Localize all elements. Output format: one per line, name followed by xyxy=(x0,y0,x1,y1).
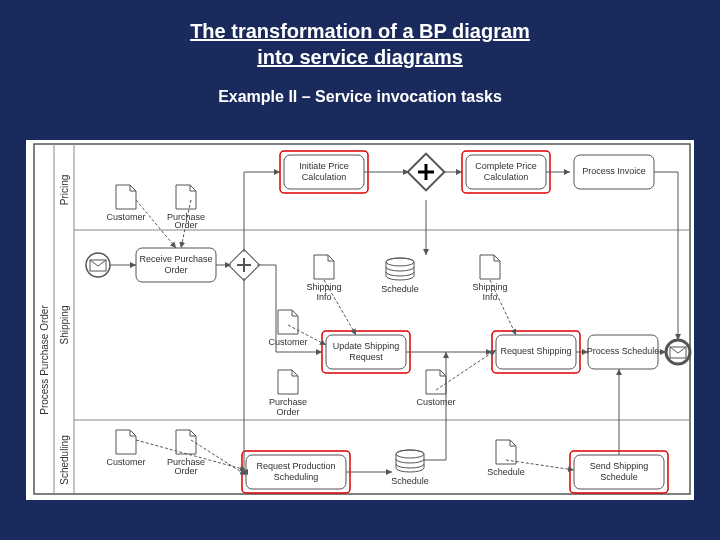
svg-text:Schedule: Schedule xyxy=(381,284,419,294)
svg-text:Scheduling: Scheduling xyxy=(274,472,319,482)
data-shipping-info-2: Shipping Info xyxy=(472,255,507,302)
task-request-shipping: Request Shipping xyxy=(492,331,580,373)
svg-text:Order: Order xyxy=(164,265,187,275)
title-line1: The transformation of a BP diagram xyxy=(190,20,530,42)
data-customer-top: Customer xyxy=(106,185,145,222)
svg-text:Customer: Customer xyxy=(416,397,455,407)
svg-text:Schedule: Schedule xyxy=(487,467,525,477)
svg-text:Calculation: Calculation xyxy=(302,172,347,182)
data-schedule-db-bot: Schedule xyxy=(391,450,429,486)
gateway-mid xyxy=(408,154,445,191)
task-request-prod-sched: Request Production Scheduling xyxy=(242,451,350,493)
data-customer-mid: Customer xyxy=(268,310,307,347)
data-schedule-doc: Schedule xyxy=(487,440,525,477)
task-process-invoice: Process Invoice xyxy=(574,155,654,189)
bpmn-diagram: Process Purchase Order Pricing Shipping … xyxy=(26,140,694,500)
svg-text:Initiate Price: Initiate Price xyxy=(299,161,349,171)
svg-text:Info: Info xyxy=(482,292,497,302)
data-po-bot: Purchase Order xyxy=(167,430,205,476)
svg-text:Shipping: Shipping xyxy=(306,282,341,292)
data-po-mid: Purchase Order xyxy=(269,370,307,417)
svg-text:Complete Price: Complete Price xyxy=(475,161,537,171)
svg-text:Schedule: Schedule xyxy=(391,476,429,486)
diagram-canvas: Process Purchase Order Pricing Shipping … xyxy=(26,140,694,500)
data-customer-bot: Customer xyxy=(106,430,145,467)
subtitle: Example II – Service invocation tasks xyxy=(0,88,720,106)
gateway-split xyxy=(228,249,259,280)
lane-pricing: Pricing xyxy=(59,175,70,206)
svg-text:Request Production: Request Production xyxy=(256,461,335,471)
task-send-ship-sched: Send Shipping Schedule xyxy=(570,451,668,493)
svg-text:Customer: Customer xyxy=(106,457,145,467)
svg-text:Purchase: Purchase xyxy=(269,397,307,407)
start-event xyxy=(86,253,110,277)
svg-text:Receive Purchase: Receive Purchase xyxy=(139,254,212,264)
svg-text:Process Schedule: Process Schedule xyxy=(587,346,660,356)
svg-text:Update Shipping: Update Shipping xyxy=(333,341,400,351)
svg-text:Calculation: Calculation xyxy=(484,172,529,182)
svg-text:Send Shipping: Send Shipping xyxy=(590,461,649,471)
svg-text:Request Shipping: Request Shipping xyxy=(500,346,571,356)
svg-text:Order: Order xyxy=(276,407,299,417)
pool-label: Process Purchase Order xyxy=(39,305,50,415)
svg-text:Customer: Customer xyxy=(106,212,145,222)
data-shipping-info-1: Shipping Info xyxy=(306,255,341,302)
task-process-schedule: Process Schedule xyxy=(587,335,660,369)
svg-text:Info: Info xyxy=(316,292,331,302)
data-po-top: Purchase Order xyxy=(167,185,205,230)
task-update-shipping: Update Shipping Request xyxy=(322,331,410,373)
task-receive-po: Receive Purchase Order xyxy=(136,248,216,282)
title-line2: into service diagrams xyxy=(257,46,463,68)
svg-text:Schedule: Schedule xyxy=(600,472,638,482)
svg-text:Shipping: Shipping xyxy=(472,282,507,292)
svg-text:Request: Request xyxy=(349,352,383,362)
task-complete-price: Complete Price Calculation xyxy=(462,151,550,193)
end-event xyxy=(666,340,690,364)
svg-text:Process Invoice: Process Invoice xyxy=(582,166,646,176)
svg-text:Order: Order xyxy=(174,466,197,476)
task-initiate-price: Initiate Price Calculation xyxy=(280,151,368,193)
svg-text:Customer: Customer xyxy=(268,337,307,347)
lane-shipping: Shipping xyxy=(59,306,70,345)
lane-scheduling: Scheduling xyxy=(59,435,70,484)
data-schedule-db: Schedule xyxy=(381,258,419,294)
data-customer-right: Customer xyxy=(416,370,455,407)
